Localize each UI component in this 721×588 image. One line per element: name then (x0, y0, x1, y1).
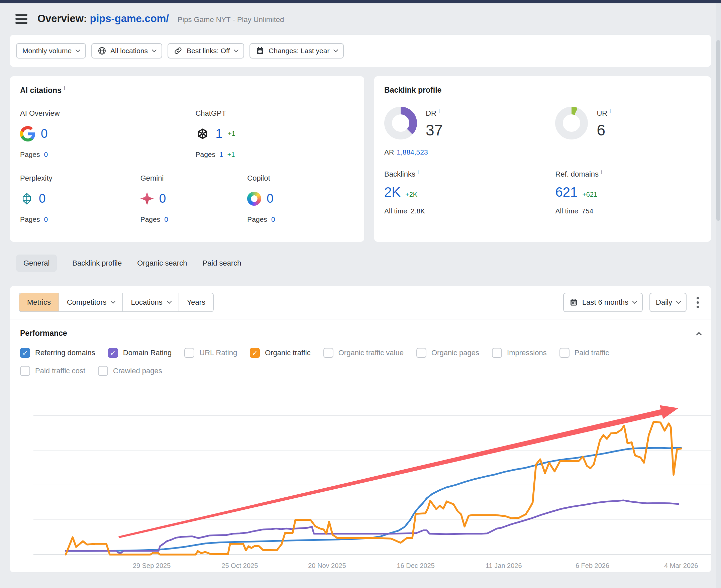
citation-count[interactable]: 0 (41, 127, 48, 141)
checkbox-label: Referring domains (35, 349, 95, 357)
backlinks-label: Backlinksi (384, 170, 555, 178)
pages-count[interactable]: 0 (271, 215, 275, 224)
ref-domains-alltime: All time754 (555, 207, 701, 215)
scrollbar-track[interactable] (716, 3, 721, 588)
top-navy-bar (0, 0, 721, 3)
backlinks-alltime: All time2.8K (384, 207, 555, 215)
pages-count[interactable]: 0 (44, 150, 48, 159)
ur-label: URi (597, 109, 611, 118)
globe-icon (98, 46, 106, 55)
segment-metrics[interactable]: Metrics (19, 293, 59, 311)
ur-value: 6 (597, 121, 611, 139)
info-icon[interactable]: i (418, 170, 419, 175)
ahrefs-rank-link[interactable]: 1,884,523 (397, 148, 428, 156)
date-range-button[interactable]: Last 6 months (563, 293, 643, 312)
backlink-profile-title: Backlink profile (384, 86, 701, 94)
unchecked-box-icon (98, 366, 108, 376)
checkbox-label: Crawled pages (113, 366, 162, 375)
checkbox-label: Paid traffic (574, 349, 609, 357)
page-title: Overview: pips-game.com/ (38, 13, 169, 25)
calendar-icon (256, 46, 264, 55)
checkbox-organic-traffic-value[interactable]: Organic traffic value (323, 348, 404, 358)
series-organic-traffic (66, 422, 681, 554)
info-icon[interactable]: i (610, 109, 611, 114)
domain-link[interactable]: pips-game.com/ (90, 13, 169, 24)
checkbox-referring-domains[interactable]: ✓Referring domains (20, 348, 95, 358)
ai-source-name: ChatGPT (195, 109, 354, 118)
backlink-profile-card: Backlink profile DRi 37 URi 6 AR1,884,52… (374, 76, 711, 242)
tab-paid-search[interactable]: Paid search (202, 254, 241, 272)
checkbox-label: URL Rating (199, 349, 237, 357)
unchecked-box-icon (492, 348, 502, 358)
unchecked-box-icon (20, 366, 30, 376)
performance-title: Performance (20, 329, 67, 338)
checkbox-url-rating[interactable]: URL Rating (184, 348, 237, 358)
ref-domains-value[interactable]: 621 (555, 185, 577, 200)
citation-count[interactable]: 1 (215, 127, 222, 141)
ai-citation-item-chatgpt: ChatGPT1+1Pages1+1 (195, 109, 354, 159)
pages-count[interactable]: 1 (219, 150, 224, 159)
more-options-button[interactable] (693, 295, 702, 310)
pages-row: Pages0 (20, 150, 195, 159)
pages-count[interactable]: 0 (164, 215, 168, 224)
tab-backlink-profile[interactable]: Backlink profile (72, 254, 122, 272)
chevron-down-icon (334, 47, 338, 52)
unchecked-box-icon (559, 348, 570, 358)
view-segmented-control: MetricsCompetitorsLocationsYears (19, 293, 214, 312)
citation-count[interactable]: 0 (267, 192, 274, 206)
checkbox-paid-traffic[interactable]: Paid traffic (559, 348, 609, 358)
ai-source-name: Copilot (247, 174, 354, 183)
backlinks-value[interactable]: 2K (384, 185, 401, 200)
x-axis-label: 20 Nov 2025 (308, 562, 346, 569)
tab-general[interactable]: General (16, 254, 57, 272)
performance-chart[interactable]: 29 Sep 202525 Oct 202520 Nov 202516 Dec … (34, 381, 701, 572)
checkbox-paid-traffic-cost[interactable]: Paid traffic cost (20, 366, 85, 376)
citation-count[interactable]: 0 (159, 192, 166, 206)
checkbox-label: Organic traffic value (338, 349, 404, 357)
pages-row: Pages0 (20, 215, 141, 224)
segment-locations[interactable]: Locations (122, 293, 178, 311)
granularity-button[interactable]: Daily (650, 293, 686, 312)
citation-count[interactable]: 0 (39, 192, 46, 206)
backlinks-block: Backlinksi 2K +2K All time2.8K (384, 170, 555, 215)
filter-button-changes-last-year[interactable]: Changes: Last year (250, 43, 344, 59)
checkbox-organic-traffic[interactable]: ✓Organic traffic (250, 348, 311, 358)
perplexity-icon (20, 192, 34, 205)
x-axis-label: 6 Feb 2026 (575, 562, 609, 569)
checkbox-organic-pages[interactable]: Organic pages (416, 348, 479, 358)
info-icon[interactable]: i (601, 170, 602, 175)
collapse-chevron-icon[interactable] (696, 332, 702, 337)
ref-domains-block: Ref. domainsi 621 +621 All time754 (555, 170, 701, 215)
general-panel: MetricsCompetitorsLocationsYears Last 6 … (10, 286, 711, 572)
filter-button-best-links-off[interactable]: Best links: Off (168, 43, 244, 59)
ai-citation-item-gemini: Gemini0Pages0 (141, 174, 248, 224)
segment-competitors[interactable]: Competitors (59, 293, 123, 311)
page-header: Overview: pips-game.com/ Pips Game NYT -… (0, 3, 721, 35)
info-icon[interactable]: i (439, 109, 440, 114)
tab-organic-search[interactable]: Organic search (137, 254, 187, 272)
pages-count[interactable]: 0 (44, 215, 48, 224)
ai-source-name: Perplexity (20, 174, 141, 183)
scrollbar-thumb[interactable] (716, 40, 720, 221)
unchecked-box-icon (323, 348, 334, 358)
ahrefs-rank-row: AR1,884,523 (384, 148, 701, 156)
checkbox-label: Domain Rating (123, 349, 172, 357)
hamburger-menu-icon[interactable] (15, 14, 27, 24)
page-subtitle: Pips Game NYT - Play Unlimited (177, 15, 284, 24)
checkbox-domain-rating[interactable]: ✓Domain Rating (108, 348, 172, 358)
chevron-down-icon (234, 47, 238, 52)
backlinks-delta: +2K (405, 191, 417, 198)
chatgpt-icon (195, 126, 210, 141)
link-icon (174, 46, 183, 55)
chart-svg: 29 Sep 202525 Oct 202520 Nov 202516 Dec … (34, 381, 711, 572)
ai-citations-title: AI citationsi (20, 86, 354, 95)
segment-years[interactable]: Years (178, 293, 213, 311)
filter-button-all-locations[interactable]: All locations (91, 43, 162, 59)
filter-button-monthly-volume[interactable]: Monthly volume (16, 43, 86, 59)
checkbox-impressions[interactable]: Impressions (492, 348, 547, 358)
url-rating-donut-block: URi 6 (555, 107, 701, 140)
info-icon[interactable]: i (64, 86, 65, 91)
section-tabs: GeneralBacklink profileOrganic searchPai… (10, 254, 711, 272)
checkbox-crawled-pages[interactable]: Crawled pages (98, 366, 162, 376)
x-axis-label: 4 Mar 2026 (664, 562, 698, 569)
